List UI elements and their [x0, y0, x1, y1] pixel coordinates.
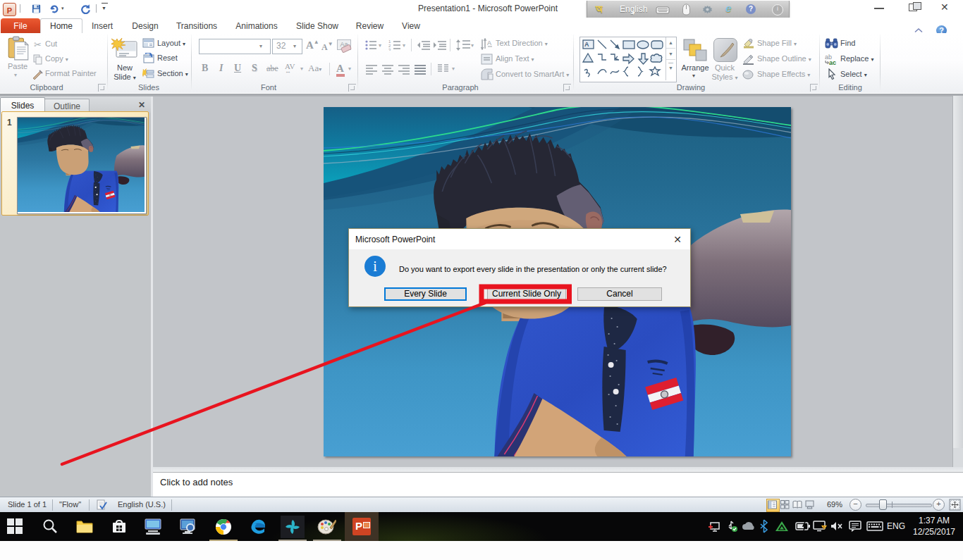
svg-text:A: A: [584, 41, 589, 48]
svg-text:ac: ac: [829, 59, 836, 66]
svg-text:3: 3: [388, 48, 391, 51]
svg-text:A: A: [487, 39, 491, 46]
